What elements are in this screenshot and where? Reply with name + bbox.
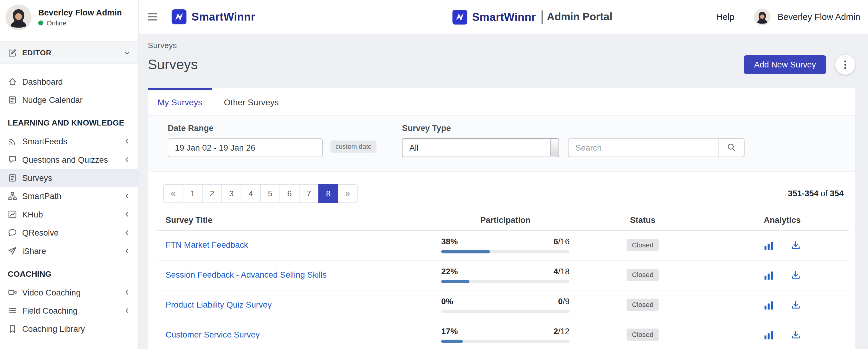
feed-icon — [8, 137, 17, 146]
search-input[interactable] — [568, 138, 719, 157]
breadcrumb[interactable]: Surveys — [148, 41, 177, 50]
participation-cell: 0% 0/9 — [441, 297, 569, 313]
progress-bar-fill — [441, 340, 463, 343]
sidebar-item-dashboard[interactable]: Dashboard — [0, 73, 138, 91]
surveys-card: My Surveys Other Surveys Date Range cust… — [148, 88, 855, 349]
chevron-left-icon — [123, 247, 131, 255]
tab-my-surveys[interactable]: My Surveys — [148, 88, 212, 115]
pagination-page-3[interactable]: 3 — [221, 184, 242, 203]
custom-date-button[interactable]: custom date — [331, 140, 377, 152]
sidebar-user-box: Beverley Flow Admin Online — [0, 0, 138, 34]
sidebar-item-smartpath[interactable]: SmartPath — [0, 187, 138, 205]
brand-logo[interactable]: SmartWinnr — [172, 9, 255, 24]
download-button[interactable] — [790, 300, 801, 310]
paper-plane-icon — [8, 246, 17, 255]
status-badge: Closed — [626, 299, 659, 311]
search-button[interactable] — [719, 138, 745, 157]
header-analytics: Analytics — [716, 215, 849, 224]
chevron-left-icon — [123, 307, 131, 314]
chevron-left-icon — [123, 289, 131, 296]
table-row: Customer Service Survey 17% 2/12 Closed — [157, 320, 849, 349]
survey-type-select[interactable]: All — [402, 138, 559, 157]
question-bubble-icon — [8, 155, 17, 164]
analytics-button[interactable] — [763, 329, 774, 340]
sidebar-item-khub[interactable]: KHub — [0, 205, 138, 223]
download-button[interactable] — [790, 329, 801, 340]
analytics-button[interactable] — [763, 300, 774, 310]
navbar-user-name[interactable]: Beverley Flow Admin — [777, 12, 860, 22]
more-options-button[interactable] — [835, 55, 855, 75]
participation-cell: 17% 2/12 — [441, 327, 569, 343]
download-button[interactable] — [790, 270, 801, 280]
sidebar-editor-toggle[interactable]: EDITOR — [0, 41, 138, 64]
survey-title-link[interactable]: Product Liability Quiz Survey — [165, 300, 272, 309]
bookmark-icon — [8, 324, 17, 334]
sidebar-item-label: Nudge Calendar — [22, 95, 83, 105]
bar-chart-icon — [763, 270, 774, 280]
search-group — [568, 138, 745, 157]
survey-title-link[interactable]: Session Feedback - Advanced Selling Skil… — [165, 270, 327, 279]
page-actions: Add New Survey — [744, 55, 855, 75]
pagination-page-2[interactable]: 2 — [202, 184, 222, 203]
navbar-user-avatar[interactable] — [754, 8, 771, 25]
download-icon — [790, 240, 801, 251]
sidebar-item-nudge-calendar[interactable]: Nudge Calendar — [0, 91, 138, 109]
brand-name: SmartWinnr — [192, 10, 255, 23]
sidebar-section-coaching: COACHING — [0, 260, 138, 283]
pagination-page-4[interactable]: 4 — [241, 184, 261, 203]
select-arrow-strip — [551, 139, 558, 156]
surveys-table: Survey Title Participation Status Analyt… — [157, 210, 849, 349]
header-participation: Participation — [441, 215, 569, 224]
progress-bar-fill — [441, 250, 490, 254]
results-count: 351-354 of 354 — [788, 189, 844, 198]
participation-total: /9 — [563, 297, 569, 306]
participation-percent: 17% — [441, 327, 458, 336]
line-chart-icon — [8, 210, 17, 219]
date-range-group: Date Range — [168, 124, 322, 157]
sidebar-item-label: SmartFeeds — [22, 137, 67, 146]
chevron-left-icon — [123, 193, 131, 200]
chat-icon — [8, 228, 17, 237]
analytics-button[interactable] — [763, 270, 774, 280]
survey-title-link[interactable]: FTN Market Feedback — [165, 240, 248, 250]
sidebar: Beverley Flow Admin Online EDITOR Dashbo… — [0, 0, 139, 349]
download-icon — [790, 300, 801, 310]
sidebar-item-questions-quizzes[interactable]: Questions and Quizzes — [0, 151, 138, 169]
pagination-page-8[interactable]: 8 — [318, 184, 338, 203]
help-link[interactable]: Help — [716, 12, 734, 22]
pagination-prev-button[interactable]: « — [163, 184, 183, 203]
participation-percent: 0% — [441, 297, 453, 306]
pagination-page-1[interactable]: 1 — [183, 184, 203, 203]
table-header-row: Survey Title Participation Status Analyt… — [157, 210, 849, 231]
sidebar-item-field-coaching[interactable]: Field Coaching — [0, 302, 138, 320]
sidebar-item-qresolve[interactable]: QResolve — [0, 223, 138, 242]
participation-percent: 22% — [441, 267, 458, 276]
chevron-down-icon — [123, 49, 131, 56]
sidebar-item-ishare[interactable]: iShare — [0, 242, 138, 260]
sidebar-item-video-coaching[interactable]: Video Coaching — [0, 283, 138, 301]
participation-total: /12 — [558, 327, 569, 336]
pagination-next-button[interactable]: » — [338, 184, 358, 203]
pagination-row: « 1 2 3 4 5 6 7 8 » 351-354 of 354 — [148, 172, 855, 203]
sidebar-item-coaching-library[interactable]: Coaching Library — [0, 320, 138, 338]
date-range-input[interactable] — [168, 138, 322, 157]
sidebar-user-meta: Beverley Flow Admin Online — [38, 7, 122, 27]
results-total: 354 — [830, 189, 844, 198]
tab-other-surveys[interactable]: Other Surveys — [212, 88, 291, 115]
analytics-button[interactable] — [763, 240, 774, 251]
portal-title: Admin Portal — [547, 11, 612, 23]
pagination-page-5[interactable]: 5 — [260, 184, 280, 203]
participation-percent: 38% — [441, 237, 458, 246]
sidebar-item-smartfeeds[interactable]: SmartFeeds — [0, 132, 138, 150]
hamburger-menu-icon[interactable] — [147, 11, 158, 22]
sidebar-item-surveys[interactable]: Surveys — [0, 169, 138, 187]
download-button[interactable] — [790, 240, 801, 251]
chevron-left-icon — [123, 211, 131, 218]
pagination-page-6[interactable]: 6 — [280, 184, 300, 203]
pagination-page-7[interactable]: 7 — [299, 184, 319, 203]
participation-cell: 38% 6/16 — [441, 237, 569, 254]
sidebar-user-name: Beverley Flow Admin — [38, 7, 122, 17]
survey-title-link[interactable]: Customer Service Survey — [165, 330, 260, 339]
participation-total: /16 — [558, 237, 569, 246]
add-new-survey-button[interactable]: Add New Survey — [744, 55, 826, 74]
